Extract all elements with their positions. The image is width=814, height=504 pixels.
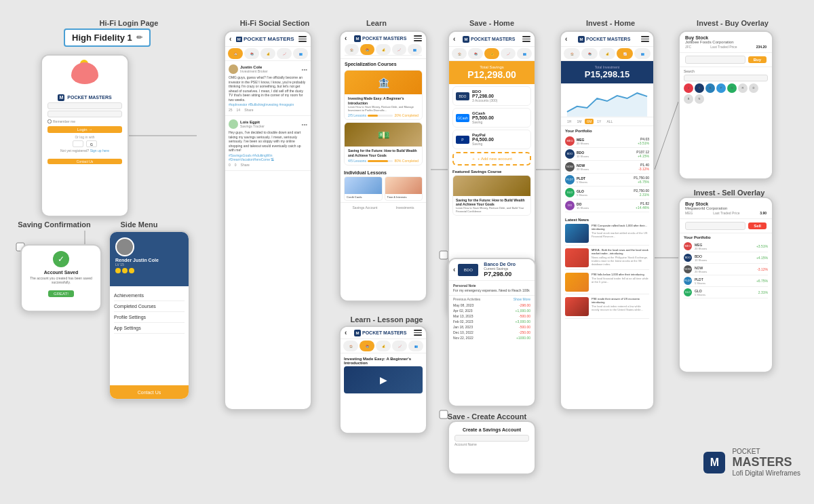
learn-back-arrow[interactable]: ‹ [345,35,347,42]
paypal-account-card[interactable]: P PayPal P4,500.00 Saving [452,130,531,149]
stock-row-now[interactable]: NOW NOW 20 Shares P1.40 -3.12% [565,161,649,174]
app-settings-item[interactable]: App Settings [114,323,185,334]
course-card-1[interactable]: 🏦 Investing Made Easy: A Beginner's Intr… [344,70,423,120]
tab-learn[interactable]: 📚 [244,48,259,59]
sell-button[interactable]: Sell [748,222,767,229]
stock-row-bdo[interactable]: BDO BDO 10 Shares P137.12 +4.15% [565,148,649,161]
individual-card-2[interactable]: Time & Interests [385,176,423,201]
lesson-hamburger[interactable] [414,330,422,336]
invest-back-arrow[interactable]: ‹ [565,35,567,43]
login-button[interactable]: Login → [47,126,122,133]
hamburger-icon[interactable] [298,36,307,42]
back-arrow-icon[interactable]: ‹ [229,35,231,43]
save-home-back-arrow[interactable]: ‹ [453,35,455,43]
lesson-tab-1[interactable]: 🏠 [343,341,358,351]
time-1d[interactable]: 1H [565,119,573,124]
bdo-account-card[interactable]: BDO BDO P7,298.00 3 Accounts (300) [452,86,531,106]
completed-courses-item[interactable]: Completed Courses [114,301,185,312]
lesson-tab-4[interactable]: 📈 [392,341,407,351]
gcash-account-card[interactable]: GCash GCash P5,500.00 Saving [452,108,531,128]
sell-glo-row[interactable]: GLO GLO 5 Shares 2.31% [684,287,768,298]
bdo-logo-sm[interactable]: B [695,83,704,93]
stock-row-glo[interactable]: GLO GLO 5 Shares P2,750.00 2.31% [565,187,649,199]
learn-tab-social[interactable]: 👥 [408,44,422,55]
lesson-back-arrow[interactable]: ‹ [345,329,347,336]
news-card-1[interactable]: PSE Composite rallied back 1,000 after t… [565,224,649,246]
course-card-featured[interactable]: 💵 Saving for the Future: How to Build We… [344,122,423,166]
invest-tab-3[interactable]: 💰 [599,48,615,59]
email-field[interactable] [47,102,122,109]
lesson-tab-3[interactable]: 💰 [376,341,391,351]
tab-social[interactable]: 👥 [293,48,308,59]
save-tab-3[interactable]: 💰 [484,48,499,59]
save-edit-back-arrow[interactable]: ‹ [453,266,455,273]
stock-row-pldt[interactable]: PLDT PLDT 5 Shares P1,750.00 +6.75% [565,174,649,187]
add-account-button[interactable]: ＋ + Add new account [452,152,531,166]
sell-bdo-row[interactable]: BDO BDO 10 Shares +4.15% [684,252,768,264]
like-count-1[interactable]: 25 [229,108,233,112]
google-login-button[interactable]: G [86,140,97,147]
comment-count-2[interactable]: 0 [235,163,237,167]
sell-meg-row[interactable]: MEG MEG 20 Shares +3.51% [684,241,768,252]
stock-row-meg[interactable]: MEG MEG 20 Shares P4.03 +3.51% [565,135,649,148]
tab-invest[interactable]: 📈 [277,48,292,59]
invest-tab-5[interactable]: 👥 [634,48,651,59]
save-tab-5[interactable]: 👥 [517,48,532,59]
individual-card-1[interactable]: Credit Cards [344,176,383,201]
learn-tab-active[interactable]: 📚 [360,44,374,55]
invest-tab-1[interactable]: 🏠 [564,48,580,59]
search-bar[interactable] [684,75,768,81]
dmci-logo-sm[interactable]: D [749,83,758,93]
invest-tab-4[interactable]: 📈 [617,48,633,59]
learn-tab-save[interactable]: 💰 [376,44,390,55]
stock-row-do[interactable]: DO DO 15 Shares P1.82 +14.46% [565,199,649,212]
contact-us-footer-button[interactable]: Contact Us [110,385,189,399]
great-button[interactable]: GREAT! [48,290,74,297]
sell-quantity-input[interactable] [685,222,745,230]
account-name-field[interactable] [454,435,529,442]
news-card-3[interactable]: PSE falls below 1,000 after their introd… [565,273,649,294]
news-card-2[interactable]: MREA - Both the local news and the local… [565,248,649,270]
lesson-video-player[interactable]: ▶ [344,366,423,393]
learn-tab-invest[interactable]: 📈 [392,44,406,55]
featured-card[interactable]: Saving for the Future: How to Build Weal… [452,175,531,216]
bloom-logo-sm[interactable]: B [684,94,693,104]
save-tab-2[interactable]: 📚 [468,48,483,59]
post-1-more-icon[interactable]: ••• [302,66,307,73]
show-more-link[interactable]: Show More [513,297,530,301]
edit-icon[interactable]: ✏ [136,33,142,42]
time-all[interactable]: ALL [604,119,615,124]
learn-hamburger-icon[interactable] [414,35,422,41]
now-logo-sm[interactable]: N [695,94,704,104]
achievements-item[interactable]: Achievements [114,290,185,301]
share-2[interactable]: Share [241,163,250,167]
remember-checkbox[interactable] [47,119,52,123]
time-1m[interactable]: 1M [575,119,583,124]
invest-hamburger[interactable] [641,36,649,42]
lesson-tab-5[interactable]: 👥 [408,341,423,351]
tab-save[interactable]: 💰 [260,48,275,59]
password-field[interactable] [47,111,122,117]
like-count-2[interactable]: 0 [229,163,231,167]
apple-login-button[interactable] [73,140,83,147]
invest-tab-2[interactable]: 📚 [581,48,598,59]
sign-up-link[interactable]: Sign up here [90,149,109,153]
save-tab-4[interactable]: 📈 [501,48,516,59]
share-1[interactable]: Share [244,108,253,112]
sell-pldt-row[interactable]: PLDT PLDT 5 Shares +6.75% [684,275,768,287]
save-tab-1[interactable]: 🏠 [452,48,467,59]
bpi-logo-sm[interactable]: B [705,83,715,93]
save-home-hamburger[interactable] [522,36,530,42]
contact-us-button[interactable]: Contact Us [47,159,122,164]
news-card-4[interactable]: PSE made their answer of US economic int… [565,297,649,319]
time-6m[interactable]: 6M [585,119,594,124]
profile-settings-item[interactable]: Profile Settings [114,312,185,323]
time-1y[interactable]: 1Y [595,119,603,124]
post-2-more-icon[interactable]: ••• [302,121,307,128]
tab-home[interactable]: 🏠 [228,48,243,59]
sell-now-row[interactable]: NOW NOW 20 Shares -3.12% [684,264,768,275]
lesson-tab-2[interactable]: 📚 [360,341,374,351]
buy-button[interactable]: Buy [748,56,767,63]
rlcr-logo-sm[interactable]: R [738,83,748,93]
comment-count-1[interactable]: 14 [237,108,241,112]
